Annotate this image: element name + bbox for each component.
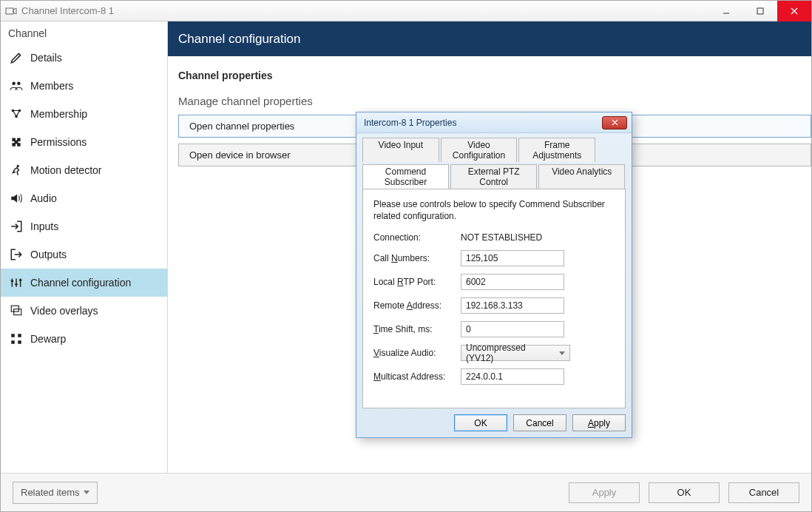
dialog-titlebar[interactable]: Intercom-8 1 Properties <box>356 112 632 133</box>
window-titlebar: Channel Intercom-8 1 <box>1 1 811 21</box>
multicast-address-input[interactable] <box>461 368 564 385</box>
svg-rect-13 <box>19 280 21 281</box>
section-subtitle: Channel properties <box>168 56 811 89</box>
dialog-cancel-button[interactable]: Cancel <box>513 414 566 431</box>
svg-point-10 <box>17 165 19 167</box>
connection-value: NOT ESTABLISHED <box>461 232 542 243</box>
logout-icon <box>10 248 23 261</box>
maximize-button[interactable] <box>743 1 777 21</box>
sidebar-item-label: Members <box>30 80 73 92</box>
sidebar-item-label: Dewarp <box>30 333 66 345</box>
call-numbers-label: Call Numbers: <box>373 253 461 263</box>
dialog-close-button[interactable] <box>602 116 627 129</box>
svg-rect-16 <box>11 334 15 337</box>
layers-icon <box>10 304 23 317</box>
tab-external-ptz-control[interactable]: External PTZ Control <box>450 164 537 189</box>
dialog-ok-button[interactable]: OK <box>454 414 507 431</box>
chevron-down-icon <box>84 491 89 494</box>
cancel-button[interactable]: Cancel <box>728 482 799 503</box>
sidebar-item-dewarp[interactable]: Dewarp <box>1 325 167 353</box>
visualize-audio-value: Uncompressed (YV12) <box>466 343 550 363</box>
sidebar: Channel Details Members Membership Permi… <box>1 21 168 473</box>
dialog-apply-button[interactable]: Apply <box>572 414 626 431</box>
tab-page: Please use controls below to specify Com… <box>362 189 626 408</box>
sidebar-item-label: Channel configuration <box>30 277 131 289</box>
tab-video-input[interactable]: Video Input <box>362 138 439 162</box>
related-items-label: Related items <box>21 487 79 498</box>
tab-commend-subscriber[interactable]: Commend Subscriber <box>362 164 449 189</box>
local-rtp-port-label: Local RTP Port: <box>373 277 461 287</box>
group-icon <box>10 107 23 121</box>
sidebar-item-inputs[interactable]: Inputs <box>1 212 167 240</box>
tab-frame-adjustments[interactable]: Frame Adjustments <box>518 138 595 162</box>
running-icon <box>10 164 23 177</box>
sidebar-item-audio[interactable]: Audio <box>1 184 167 212</box>
minimize-button[interactable] <box>709 1 743 21</box>
sidebar-item-channel-configuration[interactable]: Channel configuration <box>1 269 167 297</box>
visualize-audio-dropdown[interactable]: Uncompressed (YV12) <box>461 345 570 361</box>
svg-point-5 <box>12 81 16 85</box>
svg-rect-17 <box>18 334 21 337</box>
svg-rect-11 <box>11 280 13 282</box>
svg-rect-12 <box>15 283 17 285</box>
login-icon <box>10 220 23 233</box>
sidebar-header: Channel <box>1 21 167 44</box>
svg-point-6 <box>17 81 21 85</box>
sidebar-item-membership[interactable]: Membership <box>1 100 167 128</box>
tab-video-configuration[interactable]: Video Configuration <box>441 138 518 162</box>
connection-label: Connection: <box>373 232 461 243</box>
sidebar-item-video-overlays[interactable]: Video overlays <box>1 297 167 325</box>
call-numbers-input[interactable] <box>461 250 564 266</box>
remote-address-label: Remote Address: <box>373 300 461 311</box>
sidebar-item-label: Membership <box>30 108 87 120</box>
sidebar-item-outputs[interactable]: Outputs <box>1 240 167 269</box>
remote-address-input[interactable] <box>461 297 564 314</box>
close-button[interactable] <box>777 1 811 21</box>
svg-rect-2 <box>757 8 763 14</box>
page-title: Channel configuration <box>178 32 300 47</box>
page-header: Channel configuration <box>168 21 811 56</box>
time-shift-input[interactable] <box>461 321 564 337</box>
svg-rect-0 <box>6 8 13 14</box>
apply-button[interactable]: Apply <box>569 482 640 503</box>
dialog-title: Intercom-8 1 Properties <box>364 118 456 128</box>
visualize-audio-label: Visualize Audio: <box>373 348 461 358</box>
users-icon <box>10 79 23 92</box>
sidebar-item-label: Permissions <box>30 136 87 148</box>
sidebar-item-label: Outputs <box>30 249 67 260</box>
pencil-icon <box>10 51 23 64</box>
sidebar-item-label: Inputs <box>30 220 58 232</box>
dialog-instructions: Please use controls below to specify Com… <box>373 198 615 222</box>
svg-rect-19 <box>18 340 21 344</box>
sidebar-item-motion-detector[interactable]: Motion detector <box>1 156 167 184</box>
section-label: Manage channel properties <box>168 89 811 115</box>
ok-button[interactable]: OK <box>649 482 720 503</box>
puzzle-icon <box>10 135 23 149</box>
sidebar-item-members[interactable]: Members <box>1 72 167 100</box>
tab-video-analytics[interactable]: Video Analytics <box>538 164 625 189</box>
related-items-dropdown[interactable]: Related items <box>13 482 98 504</box>
properties-dialog: Intercom-8 1 Properties Video Input Vide… <box>356 112 632 438</box>
sidebar-item-label: Audio <box>30 192 57 204</box>
sidebar-item-details[interactable]: Details <box>1 44 167 72</box>
chevron-down-icon <box>559 351 565 355</box>
sidebar-item-label: Motion detector <box>30 164 102 176</box>
sidebar-item-permissions[interactable]: Permissions <box>1 128 167 156</box>
sidebar-item-label: Video overlays <box>30 305 98 317</box>
local-rtp-port-input[interactable] <box>461 274 564 290</box>
time-shift-label: Time Shift, ms: <box>373 324 461 334</box>
camera-icon <box>5 5 17 17</box>
window-title: Channel Intercom-8 1 <box>21 5 114 16</box>
sidebar-item-label: Details <box>30 52 62 64</box>
footer: Related items Apply OK Cancel <box>1 473 811 511</box>
dialog-tabs: Video Input Video Configuration Frame Ad… <box>362 138 626 189</box>
svg-rect-18 <box>11 340 15 344</box>
multicast-address-label: Multicast Address: <box>373 371 461 382</box>
grid-icon <box>10 332 23 346</box>
sliders-icon <box>10 276 23 289</box>
speaker-icon <box>10 192 23 205</box>
